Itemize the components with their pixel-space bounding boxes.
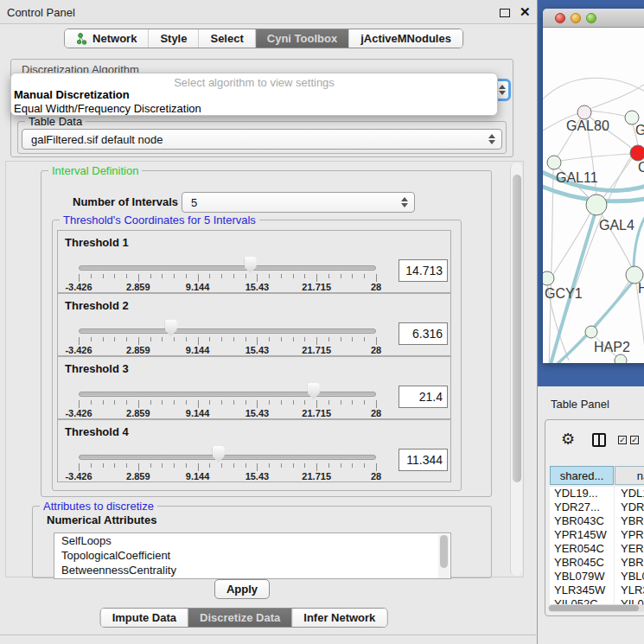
table-hscrollbar[interactable] <box>548 604 644 612</box>
threshold-4-slider-track[interactable] <box>79 455 376 460</box>
float-icon[interactable] <box>500 9 510 17</box>
column-header-name[interactable]: name <box>615 466 644 485</box>
threshold-2-slider-track[interactable] <box>79 328 376 334</box>
table-data-title: Table Data <box>25 115 86 128</box>
tick-mark <box>91 463 92 468</box>
panel-title: Control Panel <box>7 6 75 19</box>
tick-label: -3.426 <box>65 471 92 481</box>
tick-mark <box>281 400 282 405</box>
threshold-2-slider-thumb[interactable] <box>165 320 177 336</box>
network-window-titlebar[interactable] <box>543 9 644 28</box>
tick-mark <box>79 400 80 408</box>
table-cell[interactable]: YPR145W <box>550 528 614 542</box>
node-label: GAL11 <box>556 170 598 185</box>
table-cell[interactable]: YBL079W <box>550 570 614 583</box>
table-cell[interactable]: YLR345W <box>550 583 614 597</box>
tab-jactivemnodules[interactable]: jActiveMNodules <box>349 29 462 48</box>
tick-mark <box>304 274 305 278</box>
table-cell[interactable]: YDL19... <box>615 487 644 501</box>
threshold-4-slider-thumb[interactable] <box>213 446 225 462</box>
threshold-1-value-field[interactable]: 14.713 <box>399 259 448 282</box>
tick-mark <box>328 337 329 341</box>
table-cell[interactable]: YER054C <box>615 542 644 556</box>
network-node[interactable] <box>615 354 627 363</box>
tick-mark <box>316 463 317 471</box>
tick-label: 2.859 <box>126 282 150 292</box>
attributes-scrollbar[interactable] <box>438 534 450 579</box>
attribute-item[interactable]: BetweennessCentrality <box>54 563 450 577</box>
algorithm-option-2[interactable]: Equal Width/Frequency Discretization <box>14 102 201 115</box>
threshold-4-value-field[interactable]: 11.344 <box>399 449 448 471</box>
attribute-item[interactable]: TopologicalCoefficient <box>54 548 450 563</box>
tab-style[interactable]: Style <box>149 29 199 48</box>
close-traffic-light-icon[interactable] <box>555 13 565 23</box>
network-window[interactable]: GAL80GACGAL11GAL4GCY1HHAP2 <box>543 9 644 363</box>
threshold-3-value-field[interactable]: 21.4 <box>399 386 448 408</box>
checkbox-icon[interactable]: ✓ <box>618 436 627 444</box>
threshold-3-slider-track[interactable] <box>79 392 376 397</box>
tick-label: -3.426 <box>65 345 92 355</box>
tab-infer-network[interactable]: Infer Network <box>292 609 386 627</box>
table-cell[interactable]: YER054C <box>550 542 614 556</box>
threshold-3-slider-thumb[interactable] <box>308 383 320 399</box>
number-of-intervals-combobox[interactable]: 5 <box>182 192 415 213</box>
tick-mark <box>304 400 305 405</box>
settings-viewport: Interval Definition Number of Intervals … <box>5 161 524 577</box>
algorithm-option-1[interactable]: Manual Discretization <box>14 88 130 101</box>
network-node-gal11[interactable] <box>547 156 561 169</box>
threshold-2-value-field[interactable]: 6.316 <box>399 322 448 345</box>
network-node-gal4[interactable] <box>586 194 607 215</box>
tick-mark <box>91 337 92 341</box>
table-cell[interactable]: YBR043C <box>615 514 644 528</box>
node-label: GA <box>635 123 644 137</box>
threshold-1-slider-track[interactable] <box>79 265 376 271</box>
threshold-1-slider-thumb[interactable] <box>245 257 257 273</box>
tick-mark <box>103 463 104 468</box>
table-data-combobox[interactable]: galFiltered.sif default node <box>22 129 502 150</box>
tick-mark <box>352 274 353 278</box>
tab-discretize-data[interactable]: Discretize Data <box>188 609 292 627</box>
zoom-traffic-light-icon[interactable] <box>586 13 596 23</box>
table-cell[interactable]: YBR043C <box>550 514 614 528</box>
stepper-down-icon <box>499 91 506 95</box>
tick-mark <box>174 400 175 405</box>
network-node-hap2[interactable] <box>585 326 597 338</box>
close-icon[interactable]: ✕ <box>520 4 531 20</box>
table-cell[interactable]: YPR145W <box>615 528 644 542</box>
tick-mark <box>304 463 305 468</box>
network-node-gcy1[interactable] <box>543 271 554 285</box>
table-cell[interactable]: YDL19... <box>550 487 614 501</box>
network-node-c[interactable] <box>630 145 644 161</box>
apply-button[interactable]: Apply <box>214 579 270 599</box>
minimize-traffic-light-icon[interactable] <box>571 13 581 23</box>
table-cell[interactable]: YBR045C <box>550 556 614 570</box>
network-node-gal80[interactable] <box>577 105 591 119</box>
table-cell[interactable]: YDR27... <box>615 501 644 514</box>
tab-cyni-toolbox[interactable]: Cyni Toolbox <box>256 29 349 48</box>
table-cell[interactable]: YBR045C <box>615 556 644 570</box>
bottom-tab-bar: Impute DataDiscretize DataInfer Network <box>100 608 388 628</box>
settings-scrollbar-thumb[interactable] <box>513 175 521 482</box>
table-cell[interactable]: YBL079W <box>615 570 644 583</box>
table-hscrollbar-thumb[interactable] <box>549 605 639 611</box>
tick-mark <box>114 463 115 468</box>
threshold-2-panel: Threshold 2-3.4262.8599.14415.4321.71528… <box>57 293 451 356</box>
column-header-shared[interactable]: shared... <box>550 466 614 485</box>
gear-icon[interactable]: ⚙ <box>561 431 575 447</box>
table-data-group: Table Data galFiltered.sif default node <box>17 121 507 154</box>
split-columns-icon[interactable] <box>592 433 606 447</box>
tab-label: Impute Data <box>112 611 176 624</box>
tab-network[interactable]: Network <box>65 29 149 48</box>
checkbox-icon[interactable]: ✓ <box>630 436 639 444</box>
tab-impute-data[interactable]: Impute Data <box>101 609 188 627</box>
attribute-item[interactable]: SelfLoops <box>54 533 450 548</box>
tick-mark <box>79 463 80 471</box>
algorithm-dropdown-popup: Select algorithm to view settings Manual… <box>10 73 498 116</box>
table-cell[interactable]: YDR27... <box>550 501 614 514</box>
tab-select[interactable]: Select <box>199 29 255 48</box>
network-canvas[interactable]: GAL80GACGAL11GAL4GCY1HHAP2 <box>543 28 644 363</box>
settings-scrollbar[interactable] <box>510 163 522 576</box>
tick-label: 15.43 <box>245 471 270 481</box>
attributes-scrollbar-thumb[interactable] <box>440 535 448 568</box>
table-cell[interactable]: YLR345W <box>615 583 644 597</box>
